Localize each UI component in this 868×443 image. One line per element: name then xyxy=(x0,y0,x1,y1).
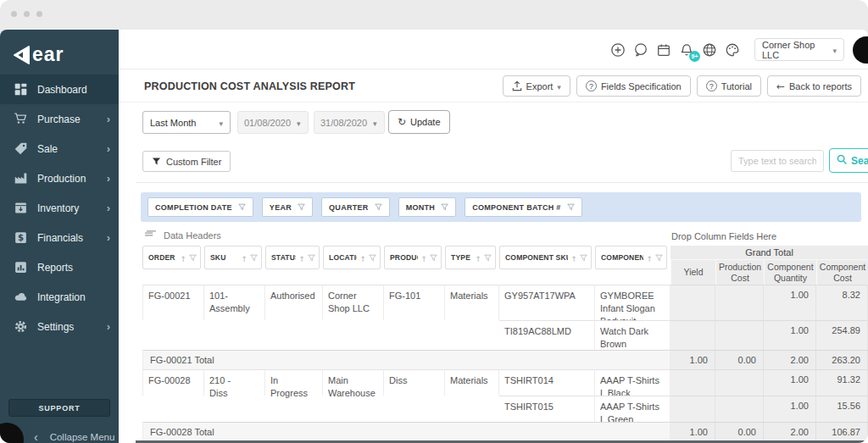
cell-yield xyxy=(670,369,715,396)
column-header-type[interactable]: TYPE xyxy=(445,246,499,285)
sort-icon[interactable] xyxy=(420,250,427,265)
tag-icon xyxy=(14,141,28,156)
chevron-down-icon xyxy=(219,118,223,128)
column-header-label: PRODUCT xyxy=(390,253,418,262)
cell-production-cost xyxy=(715,285,764,320)
plus-icon[interactable] xyxy=(610,42,626,58)
dear-logo[interactable]: ear xyxy=(0,30,119,69)
pivot-chip-year[interactable]: YEAR xyxy=(262,197,313,217)
calendar-icon[interactable] xyxy=(656,42,671,58)
tutorial-button[interactable]: Tutorial xyxy=(697,75,761,97)
filter-icon[interactable] xyxy=(484,254,492,262)
cell-production-cost xyxy=(715,369,764,396)
sidebar-item-purchase[interactable]: Purchase xyxy=(0,104,119,134)
cell-component-sku: GY957AT17WPA xyxy=(499,285,595,320)
column-header-component[interactable]: COMPONENT xyxy=(595,246,670,285)
cell-yield xyxy=(670,320,715,350)
chip-label: MONTH xyxy=(406,203,436,212)
grand-total-header: Grand Total xyxy=(670,246,868,260)
sort-icon[interactable] xyxy=(359,250,366,265)
sidebar-item-dashboard[interactable]: Dashboard xyxy=(0,75,119,104)
pivot-chip-component-batch[interactable]: COMPONENT BATCH # xyxy=(465,197,581,217)
sidebar-item-inventory[interactable]: Inventory xyxy=(0,193,119,223)
sidebar-item-label: Purchase xyxy=(37,114,107,125)
question-icon xyxy=(706,80,717,91)
sort-icon[interactable] xyxy=(570,250,577,265)
support-button[interactable]: SUPPORT xyxy=(8,399,110,417)
column-header-order[interactable]: ORDER # xyxy=(142,246,204,285)
data-headers-label: Data Headers xyxy=(164,230,221,241)
cell-component-quantity: 1.00 xyxy=(764,285,816,320)
sort-icon[interactable] xyxy=(241,250,248,265)
window-controls[interactable] xyxy=(11,11,42,17)
company-selector[interactable]: Corner Shop LLC xyxy=(754,38,844,61)
export-label: Export xyxy=(526,81,554,91)
sidebar-item-label: Inventory xyxy=(37,202,107,214)
sidebar-item-sale[interactable]: Sale xyxy=(0,134,119,163)
search-button[interactable]: Search xyxy=(829,148,868,173)
sidebar-item-integration[interactable]: Integration xyxy=(0,282,119,312)
chip-label: QUARTER xyxy=(329,203,369,212)
pivot-chip-month[interactable]: MONTH xyxy=(398,197,457,217)
sidebar: ear Dashboard Purchase Sale Production xyxy=(0,30,119,443)
chevron-down-icon xyxy=(373,118,377,128)
dear-logo-text: ear xyxy=(32,45,64,64)
sidebar-item-reports[interactable]: Reports xyxy=(0,252,119,282)
date-from-input[interactable] xyxy=(244,118,297,128)
pivot-chip-quarter[interactable]: QUARTER xyxy=(321,197,390,217)
window-dot[interactable] xyxy=(11,11,17,17)
back-to-reports-button[interactable]: Back to reports xyxy=(767,75,861,97)
sort-icon[interactable] xyxy=(298,250,305,265)
sidebar-item-label: Financials xyxy=(37,232,107,244)
theme-palette-icon[interactable] xyxy=(725,42,740,58)
filter-icon[interactable] xyxy=(430,254,437,262)
sort-icon[interactable] xyxy=(180,250,186,265)
sidebar-item-production[interactable]: Production xyxy=(0,163,119,193)
date-to-input[interactable] xyxy=(320,118,373,128)
sidebar-item-settings[interactable]: Settings xyxy=(0,312,119,341)
custom-filter-button[interactable]: Custom Filter xyxy=(142,151,231,172)
column-header-sku[interactable]: SKU xyxy=(204,246,265,285)
group-total-label: FG-00021 Total xyxy=(142,350,670,369)
date-to-field[interactable] xyxy=(314,111,385,134)
pivot-table: ORDER # SKU STATUS LOCATION PRODUCT TYPE… xyxy=(142,246,868,440)
notification-badge: 9+ xyxy=(689,51,700,62)
dear-logo-icon xyxy=(12,45,31,65)
filter-icon xyxy=(152,157,161,166)
total-production-cost: 0.00 xyxy=(715,350,764,369)
cell-type: Materials xyxy=(445,285,499,320)
filter-icon[interactable] xyxy=(580,254,587,262)
svg-text:$: $ xyxy=(18,233,24,242)
pivot-chip-completion-date[interactable]: COMPLETION DATE xyxy=(147,197,253,217)
user-avatar[interactable] xyxy=(853,36,868,64)
column-header-product[interactable]: PRODUCT xyxy=(384,246,445,285)
export-button[interactable]: Export xyxy=(503,75,570,97)
filter-icon[interactable] xyxy=(250,254,258,262)
update-button[interactable]: Update xyxy=(388,110,450,134)
column-header-status[interactable]: STATUS xyxy=(265,246,323,285)
search-input[interactable] xyxy=(731,150,824,172)
help-chat-bubble[interactable] xyxy=(0,423,24,443)
fields-specification-button[interactable]: Fields Specification xyxy=(576,75,691,97)
filter-icon[interactable] xyxy=(369,254,376,262)
value-header-component-cost: Component Cost xyxy=(816,260,868,285)
column-header-component-sku[interactable]: COMPONENT SKU xyxy=(499,246,595,285)
column-header-location[interactable]: LOCATION xyxy=(323,246,384,285)
filter-icon[interactable] xyxy=(308,254,315,262)
data-headers-toggle[interactable]: Data Headers xyxy=(144,230,221,241)
globe-icon[interactable] xyxy=(702,42,717,58)
period-select[interactable]: Last Month xyxy=(142,111,231,134)
sort-icon[interactable] xyxy=(475,250,481,265)
date-from-field[interactable] xyxy=(237,111,309,134)
sort-icon[interactable] xyxy=(646,250,653,265)
cell-yield xyxy=(670,285,715,320)
notifications-icon[interactable]: 9+ xyxy=(679,42,694,58)
filter-icon[interactable] xyxy=(655,254,663,262)
cloud-icon xyxy=(14,290,28,304)
chat-icon[interactable] xyxy=(633,42,648,58)
total-component-cost: 106.87 xyxy=(816,422,868,440)
filter-icon[interactable] xyxy=(189,254,197,262)
window-dot[interactable] xyxy=(36,11,42,17)
sidebar-item-financials[interactable]: $ Financials xyxy=(0,223,119,252)
window-dot[interactable] xyxy=(24,11,30,17)
